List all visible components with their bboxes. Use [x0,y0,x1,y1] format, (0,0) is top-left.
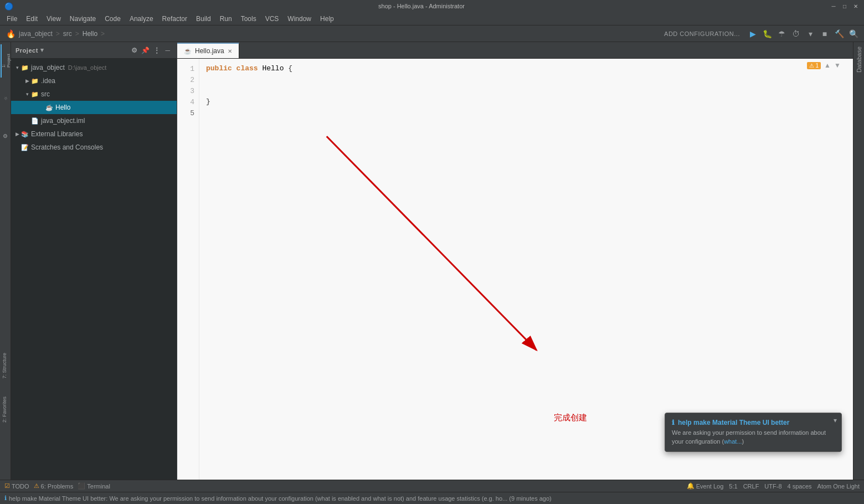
todo-status-item[interactable]: ☑ TODO [4,482,29,490]
database-panel-item[interactable]: Database [855,42,863,77]
tab-label: Hello.java [195,47,224,55]
menu-analyze[interactable]: Analyze [125,14,158,24]
menu-code[interactable]: Code [100,14,125,24]
warning-badge[interactable]: ⚠ 1 [807,62,821,69]
project-tree: ▾ 📁 java_object D:\java_object ▶ 📁 .idea… [11,59,177,480]
activity-settings[interactable]: ⚙ [1,120,11,153]
src-arrow: ▾ [23,91,31,97]
title-bar-controls[interactable]: ─ □ ✕ [830,2,860,10]
next-warning-arrow[interactable]: ▼ [833,61,842,70]
scratches-name: Scratches and Consoles [31,143,103,151]
tree-item-root[interactable]: ▾ 📁 java_object D:\java_object [11,61,177,74]
menu-run[interactable]: Run [215,14,236,24]
status-bar-left: ☑ TODO ⚠ 6: Problems ⬛ Terminal [4,482,680,490]
terminal-label: Terminal [87,483,110,490]
maximize-button[interactable]: □ [841,2,848,10]
tree-item-scratches[interactable]: 📝 Scratches and Consoles [11,141,177,154]
nav-bar: 🔥 java_object > src > Hello > ADD CONFIG… [0,25,864,42]
breadcrumb-hello[interactable]: Hello [83,30,97,38]
toolbar-right: ADD CONFIGURATION... ▶ 🐛 ☂ ⏱ ▾ ■ 🔨 🔍 [661,28,860,40]
notification-close-button[interactable]: ▾ [834,416,837,424]
tree-item-external-libs[interactable]: ▶ 📚 External Libraries [11,127,177,141]
build-button[interactable]: 🔨 [833,28,845,40]
close-button[interactable]: ✕ [852,2,860,10]
activity-project[interactable]: 1:Project [1,44,11,78]
svg-line-1 [327,136,537,350]
flame-icon[interactable]: 🔥 [4,28,17,40]
tab-hello-java[interactable]: ☕ Hello.java ✕ [177,43,239,58]
menu-help[interactable]: Help [316,14,338,24]
menu-refactor[interactable]: Refactor [158,14,192,24]
menu-tools[interactable]: Tools [236,14,261,24]
menu-build[interactable]: Build [192,14,215,24]
tree-item-hello[interactable]: ☕ Hello [11,101,177,114]
profile-button[interactable]: ⏱ [790,28,802,40]
panel-menu-icon[interactable]: ⋮ [152,46,161,55]
message-bar: ℹ help make Material Theme UI better: We… [0,492,864,504]
panel-collapse-icon[interactable]: ─ [163,46,172,55]
activity-favorites[interactable]: ☆ [1,82,11,115]
indent: 4 spaces [788,483,812,490]
root-path: D:\java_object [68,64,107,71]
problems-label: 6: Problems [41,483,74,490]
favorites-panel-tab[interactable]: 2: Favorites [0,393,9,426]
tab-close-button[interactable]: ✕ [228,48,232,54]
problems-status-item[interactable]: ⚠ 6: Problems [34,482,74,490]
add-configuration-button[interactable]: ADD CONFIGURATION... [661,29,743,38]
gear-icon[interactable]: ⚙ [130,46,139,55]
terminal-status-item[interactable]: ⬛ Terminal [78,482,110,490]
idea-arrow: ▶ [23,78,31,84]
minimize-button[interactable]: ─ [830,2,837,10]
stop-button[interactable]: ■ [819,28,831,40]
notification-more-link[interactable]: what... [724,438,742,445]
warning-bar: ⚠ 1 ▲ ▼ [807,61,842,70]
run-button[interactable]: ▶ [747,28,759,40]
menu-navigate[interactable]: Navigate [65,14,100,24]
cursor-position-item[interactable]: 5:1 [729,483,737,490]
menu-view[interactable]: View [42,14,65,24]
code-line-4: } [206,96,846,107]
panel-dropdown-icon[interactable]: ▾ [40,47,44,54]
prev-warning-arrow[interactable]: ▲ [823,61,832,70]
menu-vcs[interactable]: VCS [261,14,284,24]
tree-item-idea[interactable]: ▶ 📁 .idea [11,74,177,88]
menu-file[interactable]: File [2,14,22,24]
code-line-2 [206,74,846,85]
menu-window[interactable]: Window [283,14,316,24]
encoding-item[interactable]: UTF-8 [764,483,781,490]
tab-java-icon: ☕ [184,48,192,55]
title-bar: 🔵 shop - Hello.java - Administrator ─ □ … [0,0,864,12]
app-icon: 🔵 [4,2,13,11]
status-bar: ☑ TODO ⚠ 6: Problems ⬛ Terminal 🔔 Event … [0,480,864,492]
terminal-icon: ⬛ [78,482,85,490]
code-line-3 [206,85,846,96]
dropdown-button[interactable]: ▾ [804,28,816,40]
breadcrumb: 🔥 java_object > src > Hello > [4,28,661,40]
idea-folder-icon: 📁 [31,78,39,85]
warning-icon: ⚠ [809,63,814,69]
keyword-public: public [206,63,236,74]
title-bar-left: 🔵 [4,2,13,11]
nav-arrows: ▲ ▼ [823,61,842,70]
main-content: 1:Project ☆ ⚙ Project ▾ ⚙ 📌 ⋮ ─ ▾ 📁 java… [0,42,864,480]
debug-button[interactable]: 🐛 [761,28,773,40]
warning-count: 1 [815,63,819,69]
hello-java-icon: ☕ [45,104,53,111]
structure-panel-tab[interactable]: 7: Structure [0,349,9,382]
event-log-item[interactable]: 🔔 Event Log [687,482,724,490]
search-everywhere-button[interactable]: 🔍 [847,28,860,40]
message-text: help make Material Theme UI better: We a… [9,495,552,502]
tree-item-iml[interactable]: 📄 java_object.iml [11,114,177,127]
theme-item[interactable]: Atom One Light [817,483,860,490]
breadcrumb-java-object[interactable]: java_object [19,30,53,38]
coverage-button[interactable]: ☂ [775,28,788,40]
tree-item-src[interactable]: ▾ 📁 src [11,88,177,101]
line-endings-item[interactable]: CRLF [743,483,759,490]
menu-edit[interactable]: Edit [22,14,42,24]
breadcrumb-src[interactable]: src [63,30,72,38]
idea-name: .idea [41,77,55,85]
ext-libs-name: External Libraries [31,130,83,138]
line-endings: CRLF [743,483,759,490]
pin-icon[interactable]: 📌 [141,46,150,55]
indent-item[interactable]: 4 spaces [788,483,812,490]
